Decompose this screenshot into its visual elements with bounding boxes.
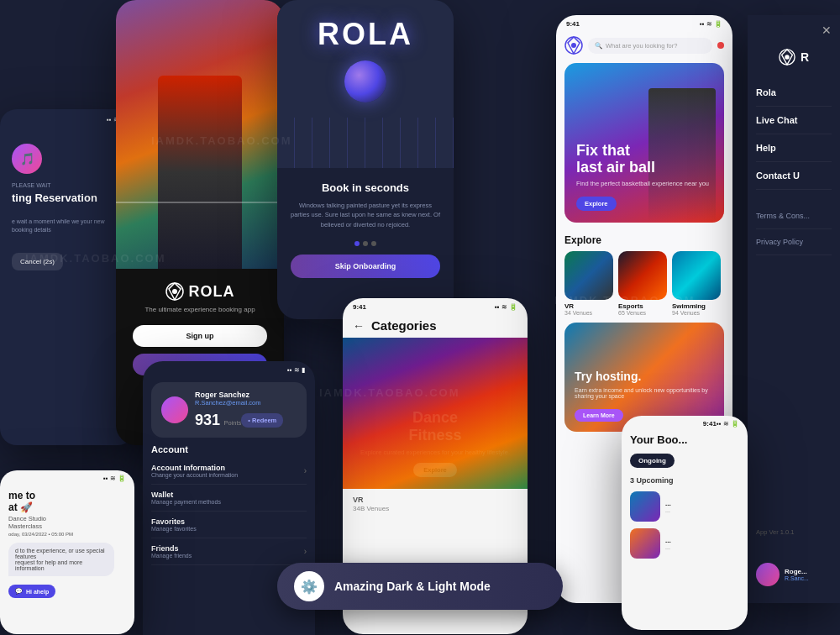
card-bookings: 9:41 ▪▪ ≋ 🔋 Your Boo... Ongoing 3 Upcomi… [622, 416, 748, 630]
side-menu-contact[interactable]: Contact U [756, 162, 832, 190]
time-categories: 9:41 [353, 303, 366, 311]
friends-text: Friends Manage friends [151, 544, 192, 559]
points-value: 931 [195, 412, 220, 428]
book-heading: Book in seconds [291, 181, 440, 194]
dance-fitness-banner: DanceFitness Explore curated experiences… [343, 338, 528, 489]
venue-swimming-count: 94 Venues [672, 310, 721, 316]
search-row: 🔍 What are you looking for? [556, 31, 732, 60]
booking-item-1[interactable]: ... ... [622, 488, 748, 525]
user-avatar-loading: 🎵 [12, 144, 42, 174]
booking-name-2: ... [665, 537, 671, 544]
rola-big-title: ROLA [291, 17, 440, 52]
bottom-banner: ⚙️ Amazing Dark & Light Mode [277, 563, 563, 610]
side-menu-user-row: Roge... R.Sanc... [756, 563, 809, 586]
account-menu-title: Account [151, 444, 307, 454]
skip-onboarding-button[interactable]: Skip Onboarding [291, 255, 440, 278]
venue-esports-name: Esports [618, 302, 667, 310]
venue-esports[interactable]: Esports 65 Venues [618, 251, 667, 316]
user-avatar [161, 396, 188, 423]
favorites-item[interactable]: Favorites Manage favorites [151, 512, 307, 538]
venue-swimming[interactable]: Swimming 94 Venues [672, 251, 721, 316]
side-menu-avatar [756, 563, 780, 586]
banner-icon: ⚙️ [294, 571, 324, 601]
side-user-name: Roge... [785, 568, 809, 575]
account-info-label: Account Information [151, 464, 238, 472]
status-bar-loading: ▪▪ ≋ ▮ [0, 109, 134, 127]
logo-row: ROLA [133, 282, 267, 301]
points-row: 931 Points • Redeem [195, 412, 283, 429]
vr-label: VR 34B Venues [343, 489, 528, 516]
upcoming-label: 3 Upcoming [622, 473, 748, 488]
status-bar-account: ▪▪ ≋ ▮ [143, 361, 315, 377]
3d-sphere [344, 60, 386, 102]
loading-title: ting Reservation [12, 192, 123, 206]
signal-bookings: ▪▪ ≋ 🔋 [717, 420, 739, 428]
help-button[interactable]: 💬 Hi ahelp [8, 585, 55, 598]
chat-content: me toat 🚀 Dance StudioMasterclassoday, 0… [0, 485, 134, 603]
logo-text: ROLA [189, 283, 235, 301]
wallet-item[interactable]: Wallet Manage payment methods [151, 485, 307, 512]
side-menu-items: Rola Live Chat Help Contact U Terms & Co… [748, 79, 840, 255]
booking-info-1: ... ... [665, 500, 671, 513]
search-bar[interactable]: 🔍 What are you looking for? [588, 38, 712, 54]
account-info-text: Account Information Change your account … [151, 464, 238, 478]
venue-esports-count: 65 Venues [618, 310, 667, 316]
booking-info-2: ... ... [665, 537, 671, 550]
signal-account: ▪▪ ≋ ▮ [287, 366, 305, 374]
basketball-explore-button[interactable]: Explore [576, 197, 617, 211]
side-menu-terms[interactable]: Terms & Cons... [756, 203, 832, 229]
user-name: Roger Sanchez [195, 391, 283, 399]
status-bar-categories: 9:41 ▪▪ ≋ 🔋 [343, 298, 528, 313]
wallet-sub: Manage payment methods [151, 499, 221, 505]
close-icon[interactable]: ✕ [822, 24, 832, 37]
loading-desc: e wait a moment while we your new bookin… [12, 218, 123, 235]
chevron-icon-4: › [304, 547, 307, 556]
book-body: Windows talking painted pasture yet its … [291, 201, 440, 229]
card-book-in-seconds: ROLA Book in seconds Windows talking pai… [277, 0, 454, 319]
onboard-dot-3 [371, 241, 376, 246]
redeem-button[interactable]: • Redeem [241, 413, 283, 428]
banner-text: Amazing Dark & Light Mode [334, 580, 491, 593]
side-menu-livechat[interactable]: Live Chat [756, 107, 832, 134]
time-explore: 9:41 [566, 20, 580, 28]
venue-vr-count: 34 Venues [564, 310, 613, 316]
host-title: Try hosting. [575, 370, 714, 384]
signal-categories: ▪▪ ≋ 🔋 [495, 303, 517, 311]
account-menu: Account Account Information Change your … [143, 444, 315, 565]
venue-vr-image [564, 251, 613, 300]
booking-name-1: ... [665, 500, 671, 507]
side-menu-logo: R [748, 45, 840, 79]
signal-explore: ▪▪ ≋ 🔋 [700, 20, 722, 28]
points-display: 931 Points [195, 412, 241, 429]
side-logo-icon [779, 49, 795, 66]
side-menu-privacy[interactable]: Privacy Policy [756, 229, 832, 255]
categories-nav: ← Categories [343, 313, 528, 338]
host-content: Try hosting. Earn extra income and unloc… [575, 370, 714, 422]
venues-row: VR 34 Venues Esports 65 Venues Swimming … [556, 251, 732, 316]
please-wait-label: PLEASE WAIT [12, 182, 123, 188]
learn-more-button[interactable]: Learn More [575, 409, 623, 422]
back-arrow-icon[interactable]: ← [353, 319, 365, 333]
side-menu-header: ✕ [748, 15, 840, 45]
svg-point-5 [785, 55, 789, 59]
cancel-button[interactable]: Cancel (2s) [12, 253, 63, 270]
ongoing-tab[interactable]: Ongoing [630, 454, 675, 468]
corridor-bg [343, 338, 528, 489]
welcome-title: me toat 🚀 [8, 490, 126, 513]
chat-bubble: d to the experience, or use special feat… [8, 543, 114, 576]
account-info-item[interactable]: Account Information Change your account … [151, 458, 307, 485]
book-bottom-area: Book in seconds Windows talking painted … [277, 168, 454, 291]
signup-button[interactable]: Sign up [133, 325, 267, 347]
court-lines [116, 202, 284, 269]
booking-item-2[interactable]: ... ... [622, 525, 748, 562]
side-menu-rola[interactable]: Rola [756, 79, 832, 107]
friends-item[interactable]: Friends Manage friends › [151, 538, 307, 565]
friends-sub: Manage friends [151, 553, 192, 559]
user-profile-card: Roger Sanchez R.Sanchez@email.com 931 Po… [151, 382, 307, 438]
book-top-area: ROLA [277, 0, 454, 168]
side-menu-help[interactable]: Help [756, 134, 832, 162]
venue-esports-image [618, 251, 667, 300]
basketball-title: Fix thatlast air ball [576, 143, 709, 176]
welcome-sub: Dance StudioMasterclassoday, 03/24/2022 … [8, 515, 126, 538]
venue-vr[interactable]: VR 34 Venues [564, 251, 613, 316]
